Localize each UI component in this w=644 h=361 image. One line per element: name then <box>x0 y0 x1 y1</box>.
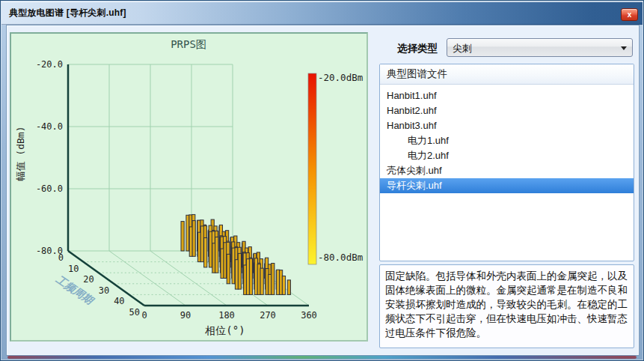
type-selector-row: 选择类型 尖刺 <box>379 38 634 58</box>
prps-3d-chart: -20.0-40.0-60.0-80.001020304050090180270… <box>11 34 367 340</box>
close-button[interactable]: x <box>621 8 638 21</box>
svg-text:20: 20 <box>83 274 93 285</box>
list-item[interactable]: 壳体尖刺.uhf <box>380 163 634 178</box>
prps-chart-panel: -20.0-40.0-60.0-80.001020304050090180270… <box>10 32 368 342</box>
svg-text:-40.0: -40.0 <box>36 121 63 132</box>
defect-description-box: 固定缺陷。包括导体和外壳内表面上的金属突起，以及固体绝缘表面上的微粒。金属突起通… <box>379 264 634 348</box>
svg-text:-20.0dBm: -20.0dBm <box>318 72 363 83</box>
svg-text:40: 40 <box>114 296 124 306</box>
list-item[interactable]: 导杆尖刺.uhf <box>380 178 634 193</box>
window-title: 典型放电图谱 [导杆尖刺.uhf] <box>9 7 126 19</box>
svg-text:30: 30 <box>99 285 109 296</box>
svg-text:10: 10 <box>68 264 79 274</box>
svg-text:50: 50 <box>129 307 140 318</box>
dialog-client-area: -20.0-40.0-60.0-80.001020304050090180270… <box>6 25 640 356</box>
aero-glass-reflection <box>7 356 637 359</box>
type-select-combobox[interactable]: 尖刺 <box>447 38 633 57</box>
app-window: 典型放电图谱 [导杆尖刺.uhf] x -20.0-40.0-60.0-80.0… <box>0 0 644 361</box>
type-select-value: 尖刺 <box>453 42 472 55</box>
svg-text:相位(°): 相位(°) <box>204 324 245 336</box>
type-select-label: 选择类型 <box>397 42 438 55</box>
close-icon: x <box>628 10 632 19</box>
svg-text:270: 270 <box>260 310 276 321</box>
svg-text:90: 90 <box>180 310 191 321</box>
window-frame: 典型放电图谱 [导杆尖刺.uhf] x -20.0-40.0-60.0-80.0… <box>0 0 644 361</box>
list-item[interactable]: 电力1.uhf <box>380 133 634 148</box>
list-item[interactable]: Hanbit2.uhf <box>380 103 634 118</box>
svg-text:0: 0 <box>141 310 147 321</box>
svg-text:幅值 (dBm): 幅值 (dBm) <box>15 127 26 181</box>
list-item[interactable]: 电力2.uhf <box>380 148 634 163</box>
pattern-file-list[interactable]: 典型图谱文件 Hanbit1.uhfHanbit2.uhfHanbit3.uhf… <box>379 64 634 261</box>
file-list-items: Hanbit1.uhfHanbit2.uhfHanbit3.uhf电力1.uhf… <box>380 85 634 193</box>
svg-text:360: 360 <box>301 310 317 321</box>
file-list-header: 典型图谱文件 <box>380 64 634 85</box>
list-item[interactable]: Hanbit1.uhf <box>380 88 634 103</box>
svg-text:0: 0 <box>58 252 64 263</box>
svg-text:-80.0dBm: -80.0dBm <box>318 252 363 263</box>
svg-text:PRPS图: PRPS图 <box>171 38 206 50</box>
chevron-down-icon <box>621 46 627 50</box>
title-bar[interactable]: 典型放电图谱 [导杆尖刺.uhf] x <box>1 1 643 25</box>
list-item[interactable]: Hanbit3.uhf <box>380 118 634 133</box>
svg-text:180: 180 <box>218 310 235 321</box>
svg-text:-60.0: -60.0 <box>36 183 63 194</box>
svg-text:-20.0: -20.0 <box>36 59 63 70</box>
